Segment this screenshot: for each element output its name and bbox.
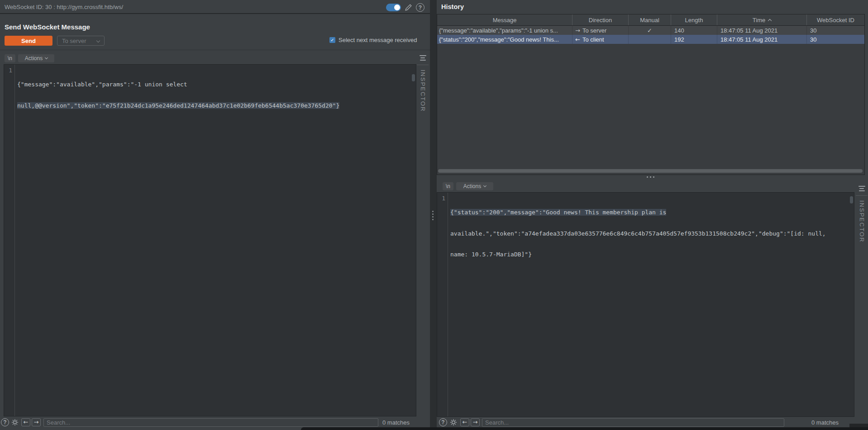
to-client-arrow-icon: ← [575, 36, 580, 43]
chevron-down-icon [45, 56, 48, 59]
search-prev-button[interactable]: ← [460, 418, 469, 426]
column-header-manual[interactable]: Manual [629, 14, 671, 25]
newline-toggle-button[interactable]: \n [5, 54, 15, 62]
response-viewer-content[interactable]: {"status":"200","message":"Good news! Th… [448, 193, 854, 416]
response-search-bar: ? ← → 0 matches [437, 418, 868, 427]
search-next-button[interactable]: → [471, 418, 480, 426]
send-button[interactable]: Send [5, 36, 52, 46]
help-icon[interactable]: ? [416, 3, 424, 12]
search-help-icon[interactable]: ? [1, 418, 9, 426]
column-header-message[interactable]: Message [437, 14, 572, 25]
separator [0, 50, 430, 50]
actions-menu-button[interactable]: Actions [18, 54, 54, 62]
websocket-id-title: WebSocket ID: 30 : http://gym.crossfit.h… [5, 0, 123, 14]
search-help-icon[interactable]: ? [439, 418, 447, 426]
inspector-tab[interactable]: INSPECTOR [858, 200, 865, 243]
direction-select[interactable]: To server [57, 36, 105, 46]
send-message-panel: WebSocket ID: 30 : http://gym.crossfit.h… [0, 0, 430, 430]
code-line: available.","token":"a74efadea337da03e63… [450, 230, 854, 237]
manual-checkmark [629, 35, 671, 44]
editor-scrollbar-thumb[interactable] [412, 74, 415, 81]
inspector-menu-icon[interactable] [420, 52, 426, 61]
inspector-tab[interactable]: INSPECTOR [420, 70, 426, 112]
burp-websocket-window: WebSocket ID: 30 : http://gym.crossfit.h… [0, 0, 868, 430]
column-header-time[interactable]: Time [717, 14, 807, 25]
line-number-gutter: 1 [4, 65, 15, 416]
checkbox-check-icon: ✓ [329, 37, 335, 43]
response-viewer[interactable]: 1 {"status":"200","message":"Good news! … [437, 192, 854, 417]
to-server-arrow-icon: → [575, 27, 580, 34]
request-editor-content[interactable]: {"message":"available","params":"-1 unio… [15, 65, 416, 416]
request-editor[interactable]: 1 {"message":"available","params":"-1 un… [4, 64, 416, 416]
checkbox-label: Select next message received [339, 37, 417, 43]
manual-checkmark: ✓ [629, 26, 671, 35]
panel-splitter[interactable] [430, 0, 437, 430]
search-next-button[interactable]: → [32, 418, 41, 426]
search-match-count: 0 matches [811, 418, 839, 427]
divider [417, 65, 429, 65]
history-table-header: Message Direction Manual Length Time Web… [437, 14, 864, 26]
history-title: History [441, 3, 464, 10]
selected-text: null,@@version","token":"e75f21b24dc1a95… [17, 102, 339, 109]
history-panel: History Message Direction Manual Length … [437, 0, 868, 430]
newline-toggle-button[interactable]: \n [443, 182, 453, 190]
select-next-message-checkbox[interactable]: ✓ Select next message received [329, 37, 417, 43]
horizontal-splitter-grip[interactable] [647, 176, 654, 178]
direction-select-value: To server [62, 38, 86, 44]
inspector-menu-icon[interactable] [858, 182, 865, 191]
divider [856, 195, 868, 196]
line-number-gutter: 1 [437, 193, 448, 416]
column-header-direction[interactable]: Direction [572, 14, 629, 25]
history-table: Message Direction Manual Length Time Web… [437, 14, 865, 175]
code-line: name: 10.5.7-MariaDB]"} [450, 251, 854, 258]
editor-scrollbar-thumb[interactable] [850, 196, 853, 203]
background-window-strip [301, 427, 868, 430]
code-line: {"status":"200","message":"Good news! Th… [450, 209, 854, 216]
code-line: null,@@version","token":"e75f21b24dc1a95… [17, 102, 416, 109]
chevron-down-icon [483, 184, 486, 187]
search-prev-button[interactable]: ← [21, 418, 30, 426]
inspector-tab-strip: INSPECTOR [415, 52, 430, 417]
inspector-tab-strip: INSPECTOR [855, 182, 868, 417]
search-match-count: 0 matches [382, 418, 410, 427]
search-input[interactable] [43, 418, 378, 427]
request-search-bar: ? ← → 0 matches [0, 418, 430, 427]
websocket-titlebar: WebSocket ID: 30 : http://gym.crossfit.h… [0, 0, 430, 14]
edit-pencil-icon[interactable] [404, 3, 413, 12]
search-settings-gear-icon[interactable] [449, 418, 458, 426]
code-line: {"message":"available","params":"-1 unio… [17, 81, 416, 88]
connection-toggle[interactable] [386, 4, 401, 11]
toggle-knob [394, 5, 400, 10]
background-window-edge [849, 424, 868, 427]
panel-heading: Send WebSocket Message [5, 23, 90, 31]
table-row-selected[interactable]: {"status":"200","message":"Good news! Th… [437, 35, 864, 44]
search-input[interactable] [482, 418, 784, 427]
column-header-length[interactable]: Length [671, 14, 717, 25]
actions-menu-button[interactable]: Actions [456, 182, 493, 190]
sort-ascending-icon [768, 19, 772, 22]
table-scrollbar-thumb[interactable] [438, 169, 863, 173]
column-header-websocket-id[interactable]: WebSocket ID [807, 14, 864, 25]
splitter-grip-icon [432, 211, 434, 220]
search-settings-gear-icon[interactable] [11, 418, 19, 426]
table-row[interactable]: {"message":"available","params":"-1 unio… [437, 26, 864, 35]
selected-text: {"status":"200","message":"Good news! Th… [450, 209, 666, 216]
chevron-down-icon [96, 39, 100, 43]
